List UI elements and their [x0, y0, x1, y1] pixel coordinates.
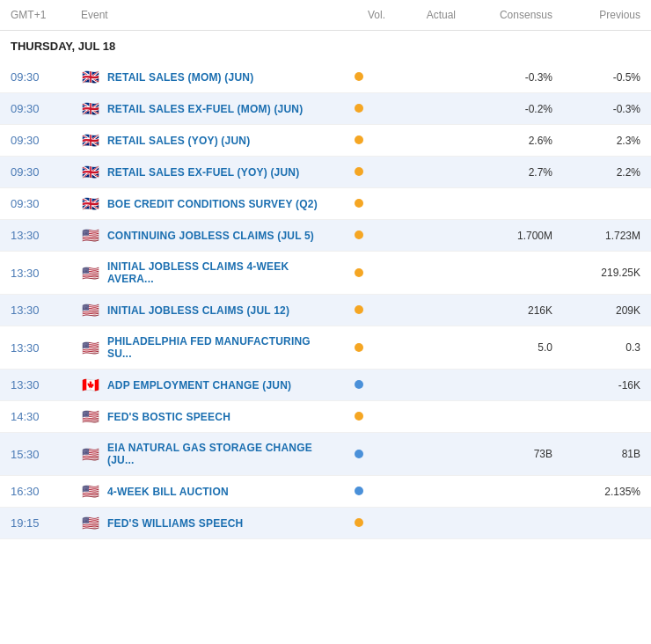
- table-row[interactable]: 19:15 🇺🇸 FED'S WILLIAMS SPEECH: [0, 508, 651, 539]
- event-info: 🇬🇧 RETAIL SALES (YOY) (JUN): [81, 135, 333, 147]
- flag-icon: 🇺🇸: [81, 230, 100, 242]
- event-info: 🇺🇸 4-WEEK BILL AUCTION: [81, 486, 333, 498]
- volatility-dot: [355, 104, 363, 113]
- table-row[interactable]: 09:30 🇬🇧 BOE CREDIT CONDITIONS SURVEY (Q…: [0, 188, 651, 220]
- vol-cell: [333, 134, 385, 147]
- event-name: INITIAL JOBLESS CLAIMS 4-WEEK AVERA...: [107, 260, 333, 285]
- flag-icon: 🇬🇧: [81, 71, 100, 84]
- flag-icon: 🇺🇸: [81, 517, 100, 530]
- event-name: FED'S BOSTIC SPEECH: [107, 411, 230, 423]
- table-row[interactable]: 13:30 🇺🇸 CONTINUING JOBLESS CLAIMS (JUL …: [0, 220, 651, 252]
- previous-value: 1.723M: [552, 230, 640, 242]
- event-time: 09:30: [11, 165, 81, 179]
- vol-cell: [333, 341, 385, 355]
- header-event: Event: [81, 9, 333, 21]
- flag-icon: 🇺🇸: [81, 411, 100, 423]
- table-header: GMT+1 Event Vol. Actual Consensus Previo…: [0, 0, 651, 31]
- previous-value: 209K: [552, 304, 640, 317]
- event-info: 🇺🇸 INITIAL JOBLESS CLAIMS 4-WEEK AVERA..…: [81, 260, 333, 285]
- event-time: 13:30: [11, 341, 81, 355]
- event-name: RETAIL SALES (MOM) (JUN): [107, 71, 253, 84]
- vol-cell: [333, 267, 385, 280]
- volatility-dot: [355, 231, 363, 239]
- event-time: 13:30: [11, 229, 81, 242]
- table-row[interactable]: 13:30 🇺🇸 PHILADELPHIA FED MANUFACTURING …: [0, 326, 651, 370]
- event-time: 19:15: [11, 516, 81, 530]
- event-info: 🇺🇸 EIA NATURAL GAS STORAGE CHANGE (JU...: [81, 442, 333, 466]
- flag-icon: 🇬🇧: [81, 166, 100, 179]
- flag-icon: 🇨🇦: [81, 379, 100, 392]
- header-actual: Actual: [385, 9, 456, 21]
- vol-cell: [333, 485, 385, 498]
- event-name: BOE CREDIT CONDITIONS SURVEY (Q2): [107, 198, 318, 210]
- table-row[interactable]: 09:30 🇬🇧 RETAIL SALES EX-FUEL (MOM) (JUN…: [0, 93, 651, 125]
- vol-cell: [333, 516, 385, 530]
- volatility-dot: [355, 135, 363, 144]
- flag-icon: 🇺🇸: [81, 341, 100, 354]
- consensus-value: 2.7%: [456, 166, 552, 179]
- event-name: EIA NATURAL GAS STORAGE CHANGE (JU...: [107, 442, 333, 466]
- event-time: 15:30: [11, 448, 81, 461]
- vol-cell: [333, 448, 385, 461]
- flag-icon: 🇬🇧: [81, 198, 100, 210]
- event-info: 🇺🇸 PHILADELPHIA FED MANUFACTURING SU...: [81, 335, 333, 360]
- previous-value: -16K: [552, 379, 640, 392]
- volatility-dot: [355, 380, 363, 389]
- event-time: 13:30: [11, 378, 81, 392]
- event-name: ADP EMPLOYMENT CHANGE (JUN): [107, 379, 291, 392]
- table-row[interactable]: 13:30 🇺🇸 INITIAL JOBLESS CLAIMS (JUL 12)…: [0, 295, 651, 326]
- table-row[interactable]: 15:30 🇺🇸 EIA NATURAL GAS STORAGE CHANGE …: [0, 433, 651, 476]
- volatility-dot: [355, 268, 363, 277]
- day-header: THURSDAY, JUL 18: [0, 31, 651, 62]
- event-info: 🇬🇧 RETAIL SALES EX-FUEL (YOY) (JUN): [81, 166, 333, 179]
- volatility-dot: [355, 450, 363, 458]
- flag-icon: 🇬🇧: [81, 135, 100, 147]
- previous-value: -0.5%: [552, 71, 640, 84]
- volatility-dot: [355, 518, 363, 527]
- event-time: 09:30: [11, 134, 81, 147]
- event-info: 🇬🇧 RETAIL SALES (MOM) (JUN): [81, 71, 333, 84]
- table-row[interactable]: 09:30 🇬🇧 RETAIL SALES EX-FUEL (YOY) (JUN…: [0, 157, 651, 188]
- event-info: 🇬🇧 RETAIL SALES EX-FUEL (MOM) (JUN): [81, 103, 333, 115]
- vol-cell: [333, 410, 385, 423]
- vol-cell: [333, 102, 385, 115]
- event-time: 13:30: [11, 304, 81, 317]
- event-info: 🇨🇦 ADP EMPLOYMENT CHANGE (JUN): [81, 379, 333, 392]
- header-vol: Vol.: [333, 9, 385, 21]
- table-row[interactable]: 13:30 🇺🇸 INITIAL JOBLESS CLAIMS 4-WEEK A…: [0, 252, 651, 295]
- table-row[interactable]: 13:30 🇨🇦 ADP EMPLOYMENT CHANGE (JUN) -16…: [0, 370, 651, 401]
- flag-icon: 🇺🇸: [81, 267, 100, 279]
- header-timezone: GMT+1: [11, 9, 81, 21]
- event-time: 16:30: [11, 485, 81, 498]
- event-time: 09:30: [11, 70, 81, 84]
- consensus-value: 2.6%: [456, 135, 552, 147]
- previous-value: 2.135%: [552, 486, 640, 498]
- vol-cell: [333, 70, 385, 84]
- event-name: CONTINUING JOBLESS CLAIMS (JUL 5): [107, 230, 314, 242]
- volatility-dot: [355, 72, 363, 81]
- previous-value: 2.2%: [552, 166, 640, 179]
- vol-cell: [333, 165, 385, 179]
- vol-cell: [333, 197, 385, 210]
- table-row[interactable]: 09:30 🇬🇧 RETAIL SALES (MOM) (JUN) -0.3% …: [0, 62, 651, 93]
- volatility-dot: [355, 412, 363, 421]
- event-info: 🇺🇸 FED'S BOSTIC SPEECH: [81, 411, 333, 423]
- previous-value: 0.3: [552, 341, 640, 354]
- previous-value: 81B: [552, 448, 640, 460]
- volatility-dot: [355, 167, 363, 176]
- header-consensus: Consensus: [456, 9, 552, 21]
- event-name: PHILADELPHIA FED MANUFACTURING SU...: [107, 335, 333, 360]
- header-previous: Previous: [552, 9, 640, 21]
- table-row[interactable]: 09:30 🇬🇧 RETAIL SALES (YOY) (JUN) 2.6% 2…: [0, 125, 651, 157]
- events-table: 09:30 🇬🇧 RETAIL SALES (MOM) (JUN) -0.3% …: [0, 62, 651, 539]
- table-row[interactable]: 14:30 🇺🇸 FED'S BOSTIC SPEECH: [0, 401, 651, 433]
- consensus-value: -0.2%: [456, 103, 552, 115]
- event-name: 4-WEEK BILL AUCTION: [107, 486, 229, 498]
- event-time: 14:30: [11, 410, 81, 423]
- event-name: RETAIL SALES (YOY) (JUN): [107, 135, 250, 147]
- flag-icon: 🇺🇸: [81, 304, 100, 317]
- event-name: INITIAL JOBLESS CLAIMS (JUL 12): [107, 304, 289, 317]
- table-row[interactable]: 16:30 🇺🇸 4-WEEK BILL AUCTION 2.135%: [0, 476, 651, 508]
- flag-icon: 🇬🇧: [81, 103, 100, 115]
- vol-cell: [333, 229, 385, 242]
